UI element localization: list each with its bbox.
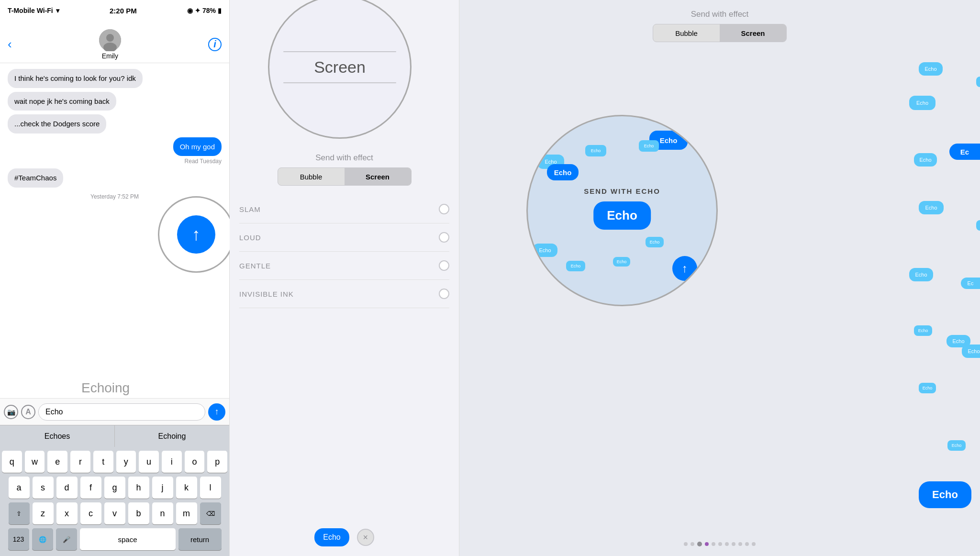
dot-6 [718,542,722,546]
dot-7 [725,542,729,546]
key-e[interactable]: e [47,451,67,473]
key-n[interactable]: n [152,502,173,524]
key-b[interactable]: b [128,502,149,524]
key-l[interactable]: l [200,477,221,499]
page-indicator [684,542,756,546]
screen-tab-magnifier: Screen [268,0,412,139]
app-store-icon[interactable]: A [21,405,35,419]
key-p[interactable]: p [207,451,227,473]
key-t[interactable]: t [93,451,113,473]
status-bar-left: T-Mobile Wi-Fi ▾ [8,7,59,14]
key-g[interactable]: g [104,477,125,499]
echo-send-arrow[interactable]: ↑ [672,256,697,281]
keyboard-row-4: 123 🌐 🎤 space return [2,528,227,550]
echo-screen-tab[interactable]: Screen [720,24,786,42]
read-receipt: Read Tuesday [185,158,222,165]
key-v[interactable]: v [104,502,125,524]
key-a[interactable]: a [9,477,30,499]
effect-gentle-radio[interactable] [439,260,449,271]
preview-bubble: Echo [314,528,349,546]
keyboard-row-3: ⇧ z x c v b n m ⌫ [2,502,227,524]
key-d[interactable]: d [56,477,78,499]
key-globe[interactable]: 🌐 [32,528,53,550]
cancel-button[interactable]: × [357,529,374,546]
dot-9 [738,542,742,546]
key-c[interactable]: c [80,502,101,524]
echo-bubble-t7: Echo [914,325,932,336]
echo-bubble-s2: Echo [909,96,935,110]
bubble-tab[interactable]: Bubble [278,168,345,185]
location-icon: ◉ [187,7,193,14]
echo-in-t3: Echo [566,261,585,271]
effect-slam-radio[interactable] [439,204,449,214]
messages-area: I think he's coming to look for you? idk… [0,63,229,398]
message-bubble-3: ...check the Dodgers score [8,114,106,133]
echo-segment-control[interactable]: Bubble Screen [653,24,787,42]
key-z[interactable]: z [33,502,54,524]
key-h[interactable]: h [128,477,149,499]
effect-loud-radio[interactable] [439,232,449,243]
screen-tab[interactable]: Screen [345,168,411,185]
key-shift[interactable]: ⇧ [9,502,30,524]
effect-loud[interactable]: LOUD [239,223,449,252]
echo-bubble-edge2: Ec [961,278,980,289]
back-button[interactable]: ‹ [8,37,12,52]
message-bubble-2: wait nope jk he's coming back [8,92,116,111]
key-y[interactable]: y [116,451,136,473]
key-w[interactable]: w [25,451,45,473]
effect-invisible-ink[interactable]: INVISIBLE INK [239,280,449,308]
camera-icon[interactable]: 📷 [4,405,18,419]
key-j[interactable]: j [152,477,173,499]
autocomplete-echoing[interactable]: Echoing [115,425,229,447]
key-u[interactable]: u [139,451,159,473]
key-i[interactable]: i [162,451,182,473]
info-button[interactable]: i [208,38,222,51]
key-k[interactable]: k [176,477,197,499]
key-delete[interactable]: ⌫ [200,502,221,524]
dot-4 [705,542,709,546]
autocomplete-echoes[interactable]: Echoes [0,425,115,447]
effect-slam[interactable]: SLAM [239,195,449,223]
echo-effect-panel: Send with effect Bubble Screen Echo Echo… [459,0,980,556]
echo-bubble-s6: Echo [909,268,933,281]
time-label: 2:20 PM [110,7,137,15]
effect-title: Send with effect [230,144,459,167]
key-q[interactable]: q [2,451,22,473]
status-bar: T-Mobile Wi-Fi ▾ 2:20 PM ◉ ✦ 78% ▮ [0,0,229,21]
echo-in-t4: Echo [646,237,664,247]
nav-center: Emily [99,29,121,60]
key-space[interactable]: space [80,528,176,550]
key-mic[interactable]: 🎤 [56,528,77,550]
key-o[interactable]: o [185,451,205,473]
effect-loud-label: LOUD [239,234,261,242]
key-f[interactable]: f [80,477,101,499]
bluetooth-icon: ✦ [195,7,200,14]
echo-bubble-t5: Echo [976,220,980,231]
send-button[interactable]: ↑ [208,403,225,421]
key-return[interactable]: return [178,528,222,550]
key-x[interactable]: x [56,502,78,524]
keyboard-row-2: a s d f g h j k l [2,477,227,499]
keyboard: q w e r t y u i o p a s d f g h j k l ⇧ … [0,447,229,556]
echo-main-bubble: Echo [593,201,651,230]
effect-invisible-ink-label: INVISIBLE INK [239,290,294,298]
echo-bubble-t1: Echo [976,77,980,87]
effect-invisible-ink-radio[interactable] [439,289,449,299]
autocomplete-bar: Echoes Echoing [0,425,229,447]
effect-slam-label: SLAM [239,205,261,213]
message-input[interactable]: Echo [38,403,205,421]
effect-segment-control[interactable]: Bubble Screen [278,167,412,186]
key-m[interactable]: m [176,502,197,524]
svg-point-1 [106,34,114,42]
key-r[interactable]: r [70,451,90,473]
echo-bubble-t10: Echo [947,440,966,451]
input-value: Echo [45,408,63,416]
effect-gentle[interactable]: GENTLE [239,252,449,280]
avatar [99,29,121,51]
echo-inner-t1: Echo [585,145,606,156]
echo-bubble-tab[interactable]: Bubble [653,24,720,42]
key-s[interactable]: s [33,477,54,499]
echo-inner-s1: Echo [537,155,564,169]
divider-top [283,51,396,52]
key-numbers[interactable]: 123 [8,528,29,550]
